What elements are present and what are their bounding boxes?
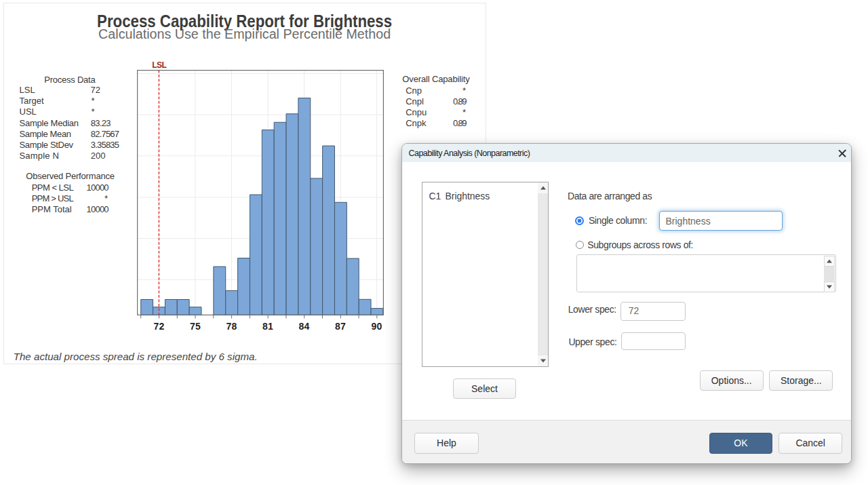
svg-text:0.89: 0.89 — [453, 96, 467, 106]
svg-text:Cnp: Cnp — [406, 85, 422, 96]
svg-text:81: 81 — [262, 321, 273, 332]
svg-text:PPM Total: PPM Total — [32, 204, 72, 214]
svg-text:*: * — [104, 193, 108, 203]
svg-text:Calculations Use the Empirical: Calculations Use the Empirical Percentil… — [98, 26, 391, 41]
svg-text:Overall Capability: Overall Capability — [402, 74, 470, 84]
svg-text:The actual process spread is r: The actual process spread is represented… — [14, 351, 258, 362]
svg-text:Cnpk: Cnpk — [406, 118, 427, 128]
svg-text:87: 87 — [335, 321, 346, 332]
svg-text:USL: USL — [20, 106, 37, 117]
svg-text:90: 90 — [372, 321, 382, 332]
svg-text:Sample Mean: Sample Mean — [20, 129, 72, 139]
svg-text:72: 72 — [153, 321, 164, 332]
svg-text:LSL: LSL — [20, 85, 35, 95]
svg-text:*: * — [91, 96, 94, 106]
svg-text:LSL: LSL — [152, 60, 166, 70]
svg-text:Sample Median: Sample Median — [20, 118, 79, 128]
svg-text:200: 200 — [91, 151, 106, 161]
svg-text:10000: 10000 — [87, 182, 109, 193]
svg-text:*: * — [462, 85, 466, 96]
svg-text:*: * — [462, 107, 466, 117]
svg-text:72: 72 — [91, 85, 100, 95]
svg-text:PPM < LSL: PPM < LSL — [32, 182, 74, 193]
svg-text:Target: Target — [20, 96, 45, 106]
svg-text:82.7567: 82.7567 — [91, 129, 119, 139]
svg-text:10000: 10000 — [87, 204, 109, 214]
svg-text:Sample N: Sample N — [20, 151, 59, 161]
svg-text:75: 75 — [190, 321, 201, 332]
svg-text:Process Data: Process Data — [44, 75, 96, 85]
svg-text:3.35835: 3.35835 — [91, 140, 119, 150]
svg-text:Cnpl: Cnpl — [406, 96, 424, 106]
svg-text:Cnpu: Cnpu — [406, 107, 427, 117]
svg-text:Observed Performance: Observed Performance — [26, 171, 115, 181]
svg-text:83.23: 83.23 — [91, 118, 111, 128]
svg-text:Sample StDev: Sample StDev — [20, 140, 74, 150]
svg-text:0.89: 0.89 — [453, 118, 467, 128]
svg-text:PPM > USL: PPM > USL — [32, 193, 74, 203]
svg-text:78: 78 — [226, 321, 237, 332]
svg-text:84: 84 — [299, 321, 310, 332]
svg-text:*: * — [91, 106, 94, 117]
